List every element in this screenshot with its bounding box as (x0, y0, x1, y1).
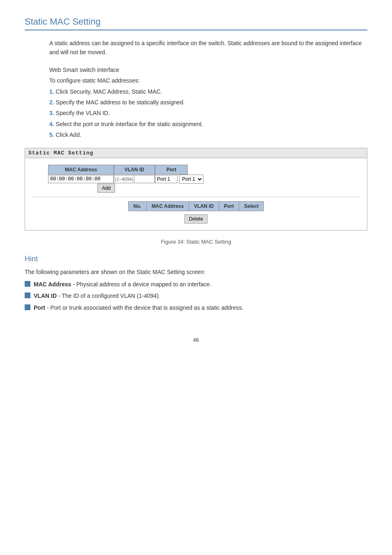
widget-content: MAC Address VLAN ID Port (1~4094) Port 1 (25, 158, 367, 230)
hint-item-mac: MAC Address - Physical address of a devi… (25, 280, 367, 289)
add-button-row: Add (97, 184, 360, 193)
add-button[interactable]: Add (97, 184, 115, 193)
hint-bullet-vlan (25, 292, 30, 298)
hint-item-vlan: VLAN ID - The ID of a configured VLAN (1… (25, 291, 367, 300)
step-3: 3. Specify the VLAN ID. (49, 108, 367, 117)
col-mac: MAC Address (146, 201, 189, 211)
widget-title: Static MAC Setting (25, 148, 367, 158)
instructions-intro: To configure static MAC addresses: (49, 76, 367, 85)
hint-text-mac: MAC Address - Physical address of a devi… (34, 280, 211, 289)
delete-button-row: Delete (32, 214, 360, 223)
step-5: 5. Click Add. (49, 130, 367, 139)
col-port: Port (219, 201, 239, 211)
instructions-block: Web Smart switch interface To configure … (49, 65, 367, 140)
port-col-header: Port (155, 165, 188, 175)
figure-caption: Figure 34: Static MAC Setting (25, 239, 367, 245)
vlan-hint: (1~4094) (114, 176, 134, 182)
col-vlan: VLAN ID (189, 201, 219, 211)
table-section: No. MAC Address VLAN ID Port Select Dele… (32, 201, 360, 223)
delete-button[interactable]: Delete (184, 214, 208, 223)
form-layout: MAC Address VLAN ID Port (1~4094) Port 1 (48, 165, 360, 184)
vlan-area: (1~4094) (114, 175, 155, 183)
hint-section: Hint The following parameters are shown … (25, 255, 367, 313)
vlan-col-header: VLAN ID (114, 165, 155, 175)
port-input[interactable] (155, 175, 178, 183)
mac-col-header: MAC Address (48, 165, 114, 175)
description-text: A static address can be assigned to a sp… (49, 39, 367, 57)
headers-row: MAC Address VLAN ID Port (48, 165, 188, 175)
interface-label: Web Smart switch interface (49, 65, 367, 74)
page-title: Static MAC Setting (25, 16, 367, 30)
col-select: Select (239, 201, 264, 211)
mac-table: No. MAC Address VLAN ID Port Select (128, 201, 264, 211)
mac-address-input[interactable] (48, 175, 114, 183)
form-divider (32, 197, 360, 197)
hint-text-vlan: VLAN ID - The ID of a configured VLAN (1… (34, 291, 160, 300)
inputs-row: (1~4094) Port 1 (48, 175, 203, 184)
port-dropdown[interactable]: Port 1 (179, 175, 203, 184)
hint-bullet-port (25, 304, 30, 310)
static-mac-widget: Static MAC Setting MAC Address VLAN ID P… (25, 148, 367, 230)
hint-title: Hint (25, 255, 367, 263)
step-2: 2. Specify the MAC address to be statica… (49, 98, 367, 107)
table-header-row: No. MAC Address VLAN ID Port Select (128, 201, 264, 211)
step-4: 4. Select the port or trunk interface fo… (49, 120, 367, 129)
hint-intro: The following parameters are shown on th… (25, 267, 367, 276)
page-number: 46 (25, 337, 367, 343)
hint-item-port: Port - Port or trunk associated with the… (25, 303, 367, 312)
step-1: 1. Click Security, MAC Address, Static M… (49, 87, 367, 96)
col-no: No. (128, 201, 146, 211)
port-area: Port 1 (155, 175, 203, 184)
hint-text-port: Port - Port or trunk associated with the… (34, 303, 243, 312)
vlan-input[interactable] (134, 175, 150, 183)
hint-bullet-mac (25, 281, 30, 287)
